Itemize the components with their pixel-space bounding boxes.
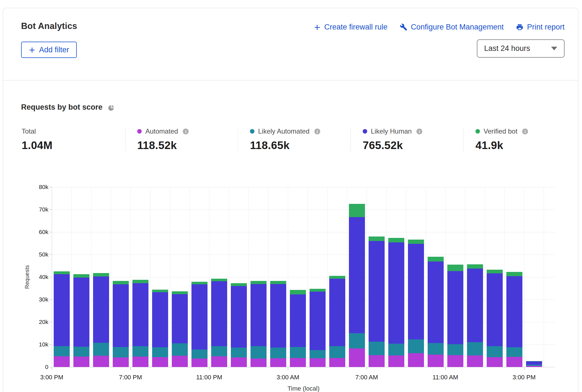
create-firewall-rule-link[interactable]: Create firewall rule <box>313 23 387 31</box>
wrench-icon <box>400 23 407 31</box>
bar-segment-likely-human <box>329 279 345 346</box>
y-axis-line <box>52 187 52 367</box>
plus-icon <box>29 46 35 53</box>
bar-segment-automated <box>349 348 365 367</box>
v-gridline <box>544 187 544 367</box>
bar-segment-verified-bot <box>73 274 89 277</box>
v-gridline <box>288 187 288 367</box>
bar-segment-automated <box>526 366 542 367</box>
stat-verified-bot-label: Verified bot <box>484 127 517 135</box>
x-axis-tick-label: 7:00 AM <box>341 374 392 381</box>
bar-segment-likely-automated <box>349 333 365 348</box>
bar-segment-automated <box>369 355 385 367</box>
x-axis-tick-label: 3:00 PM <box>26 374 77 381</box>
x-axis-tick-label: 11:00 PM <box>184 374 234 381</box>
print-report-label: Print report <box>527 23 565 31</box>
bar-segment-verified-bot <box>54 271 70 274</box>
y-axis-tick <box>49 187 52 187</box>
y-axis-tick-label: 80k <box>21 184 48 190</box>
v-gridline <box>130 187 131 367</box>
time-range-value: Last 24 hours <box>484 44 530 53</box>
stat-likely-automated-label: Likely Automated <box>258 127 310 135</box>
v-gridline <box>308 187 308 367</box>
bar-segment-likely-human <box>93 276 109 343</box>
v-gridline <box>111 187 111 367</box>
stat-likely-human-value: 765.52k <box>363 139 463 152</box>
y-axis-tick-label: 0 <box>21 364 48 370</box>
bar-segment-likely-automated <box>211 346 227 357</box>
bar-segment-likely-automated <box>152 347 168 357</box>
v-gridline <box>91 187 91 367</box>
stat-total-label: Total <box>22 127 36 135</box>
bar-segment-likely-automated <box>428 343 444 355</box>
print-report-link[interactable]: Print report <box>516 23 565 31</box>
bar-segment-likely-human <box>191 284 207 349</box>
create-firewall-rule-label: Create firewall rule <box>324 23 387 31</box>
y-axis-tick-label: 60k <box>21 229 48 235</box>
bar-segment-likely-human <box>251 284 267 346</box>
verified-bot-dot-icon <box>475 129 480 134</box>
bar-segment-verified-bot <box>388 238 404 242</box>
bar-segment-verified-bot <box>270 281 286 284</box>
x-axis-tick-label: 7:00 PM <box>105 374 156 381</box>
bar-segment-verified-bot <box>251 281 267 284</box>
configure-bot-management-link[interactable]: Configure Bot Management <box>400 23 504 31</box>
bar-segment-likely-automated <box>191 350 207 359</box>
bar-segment-verified-bot <box>93 273 109 276</box>
bar-segment-automated <box>388 355 404 367</box>
info-icon[interactable]: i <box>183 129 189 134</box>
bar-segment-automated <box>329 358 345 367</box>
bar-segment-likely-automated <box>132 346 148 357</box>
add-filter-button[interactable]: Add filter <box>21 42 77 58</box>
time-range-select[interactable]: Last 24 hours <box>477 39 565 58</box>
x-axis-tick <box>130 368 131 370</box>
stat-likely-automated-value: 118.65k <box>250 139 351 152</box>
stat-verified-bot-value: 41.9k <box>475 139 565 152</box>
y-axis-tick <box>49 209 52 210</box>
bar-segment-verified-bot <box>467 264 483 268</box>
v-gridline <box>150 187 150 367</box>
bar-segment-verified-bot <box>506 272 522 276</box>
info-icon[interactable]: i <box>522 129 528 134</box>
x-axis-line <box>52 367 555 367</box>
bar-segment-verified-bot <box>231 283 247 286</box>
h-gridline <box>52 187 555 187</box>
section-heading: Requests by bot score <box>21 103 103 112</box>
bar-segment-automated <box>270 358 286 367</box>
v-gridline <box>406 187 406 367</box>
page-title: Bot Analytics <box>21 21 77 31</box>
info-icon[interactable]: i <box>416 129 422 134</box>
stat-automated-label: Automated <box>145 127 178 135</box>
bar-segment-verified-bot <box>349 204 365 217</box>
bar-segment-verified-bot <box>211 279 227 281</box>
v-gridline <box>249 187 249 367</box>
header-actions: Create firewall rule Configure Bot Manag… <box>313 23 565 31</box>
v-gridline <box>386 187 387 367</box>
v-gridline <box>170 187 170 367</box>
x-axis-tick <box>367 368 367 370</box>
bar-segment-automated <box>211 356 227 367</box>
info-icon[interactable]: i <box>314 129 320 134</box>
y-axis-tick <box>49 367 52 367</box>
bar-segment-automated <box>113 357 129 367</box>
bar-segment-automated <box>506 357 522 367</box>
likely-automated-dot-icon <box>250 129 254 134</box>
h-gridline <box>52 254 555 255</box>
x-axis-tick <box>524 368 524 370</box>
v-gridline <box>190 187 190 367</box>
bar-segment-automated <box>93 356 109 367</box>
bar-segment-likely-human <box>388 242 404 344</box>
x-axis-tick-label: 3:00 AM <box>263 374 313 381</box>
v-gridline <box>445 187 446 367</box>
bar-segment-likely-human <box>526 361 542 365</box>
bar-segment-automated <box>172 356 188 367</box>
y-axis-tick-label: 30k <box>21 296 48 303</box>
bar-segment-verified-bot <box>152 290 168 292</box>
stat-likely-human-label: Likely Human <box>371 127 412 135</box>
y-axis-tick <box>49 254 52 255</box>
bar-segment-likely-automated <box>251 346 267 358</box>
x-axis-tick <box>52 368 52 370</box>
v-gridline <box>465 187 465 367</box>
stat-verified-bot: Verified bot i 41.9k <box>463 127 565 152</box>
bar-segment-automated <box>54 356 70 367</box>
